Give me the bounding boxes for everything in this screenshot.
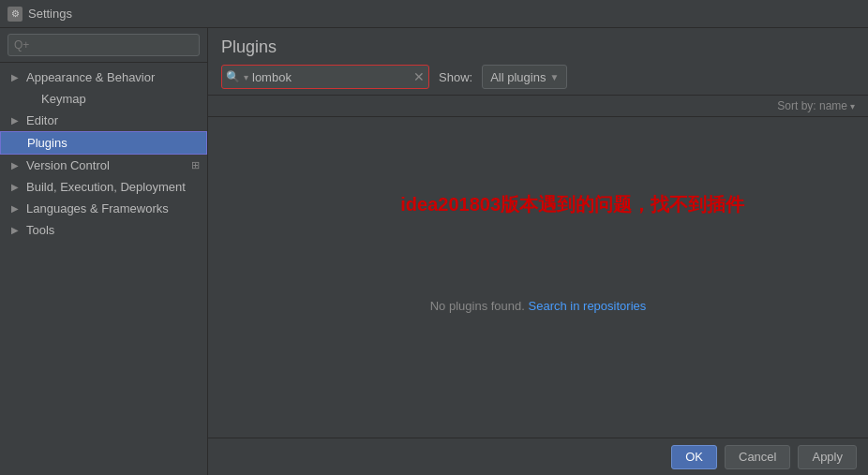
arrow-icon: ▶ — [11, 203, 22, 214]
search-arrow-icon: ▾ — [244, 72, 248, 82]
watermark-text: idea201803版本遇到的问题，找不到插件 — [400, 192, 744, 217]
apply-button[interactable]: Apply — [798, 445, 857, 469]
plugin-search-wrapper[interactable]: 🔍 ▾ ✕ — [221, 65, 429, 89]
sidebar-item-build-execution-deployment[interactable]: ▶ Build, Execution, Deployment — [0, 176, 207, 198]
sidebar-item-languages-frameworks[interactable]: ▶ Languages & Frameworks — [0, 198, 207, 219]
content-panel: Plugins 🔍 ▾ ✕ Show: All plugins ▼ Sort b… — [208, 28, 868, 475]
sort-label: Sort by: name — [777, 99, 847, 112]
plugin-search-input[interactable] — [252, 70, 410, 84]
no-plugins-label: No plugins found. — [430, 299, 525, 313]
bottom-bar: OK Cancel Apply — [208, 438, 868, 475]
sidebar-search-container — [0, 28, 207, 63]
search-in-repositories-link[interactable]: Search in repositories — [529, 299, 647, 313]
arrow-icon: ▶ — [11, 72, 22, 82]
sidebar-search-input[interactable] — [14, 38, 193, 52]
sort-chevron-icon: ▾ — [850, 101, 855, 111]
sidebar-item-version-control[interactable]: ▶ Version Control ⊞ — [0, 155, 207, 176]
title-bar: ⚙ Settings — [0, 0, 868, 28]
sidebar-item-label: Build, Execution, Deployment — [26, 180, 200, 194]
main-container: ▶ Appearance & Behavior Keymap ▶ Editor … — [0, 28, 868, 475]
settings-icon: ⚙ — [7, 7, 22, 22]
sidebar-item-keymap[interactable]: Keymap — [0, 88, 207, 110]
sidebar-search-wrapper[interactable] — [7, 34, 200, 56]
arrow-icon: ▶ — [11, 115, 22, 126]
sidebar-item-tools[interactable]: ▶ Tools — [0, 219, 207, 241]
sidebar-item-label: Appearance & Behavior — [26, 70, 200, 84]
page-title: Plugins — [221, 37, 855, 57]
sidebar-item-label: Languages & Frameworks — [26, 201, 200, 215]
clear-search-icon[interactable]: ✕ — [413, 70, 425, 83]
sidebar-item-plugins[interactable]: Plugins — [0, 131, 207, 155]
sidebar-item-label: Keymap — [41, 92, 200, 106]
content-body: idea201803版本遇到的问题，找不到插件 No plugins found… — [208, 117, 868, 438]
grid-icon: ⊞ — [191, 159, 200, 171]
sidebar-item-label: Plugins — [27, 136, 199, 150]
cancel-button[interactable]: Cancel — [725, 445, 790, 469]
sidebar-nav: ▶ Appearance & Behavior Keymap ▶ Editor … — [0, 63, 207, 475]
plugins-toolbar: 🔍 ▾ ✕ Show: All plugins ▼ — [221, 65, 855, 89]
no-plugins-found: No plugins found. Search in repositories — [430, 299, 647, 313]
sidebar-item-label: Editor — [26, 113, 200, 127]
sidebar-item-editor[interactable]: ▶ Editor — [0, 110, 207, 131]
sort-bar: Sort by: name ▾ — [208, 96, 868, 117]
sidebar-item-appearance-behavior[interactable]: ▶ Appearance & Behavior — [0, 67, 207, 88]
arrow-icon: ▶ — [11, 225, 22, 235]
content-header: Plugins 🔍 ▾ ✕ Show: All plugins ▼ — [208, 28, 868, 96]
arrow-icon: ▶ — [11, 160, 22, 171]
arrow-icon: ▶ — [11, 182, 22, 192]
ok-button[interactable]: OK — [671, 445, 717, 469]
title-bar-text: Settings — [28, 7, 72, 21]
chevron-down-icon: ▼ — [549, 72, 559, 82]
search-icon: 🔍 — [226, 70, 240, 83]
sidebar: ▶ Appearance & Behavior Keymap ▶ Editor … — [0, 28, 208, 475]
sidebar-item-label: Version Control — [26, 158, 187, 172]
sidebar-item-label: Tools — [26, 223, 200, 237]
sort-dropdown[interactable]: Sort by: name ▾ — [777, 99, 855, 112]
show-dropdown[interactable]: All plugins ▼ — [482, 65, 567, 89]
show-label: Show: — [439, 70, 472, 84]
show-value: All plugins — [490, 70, 546, 84]
